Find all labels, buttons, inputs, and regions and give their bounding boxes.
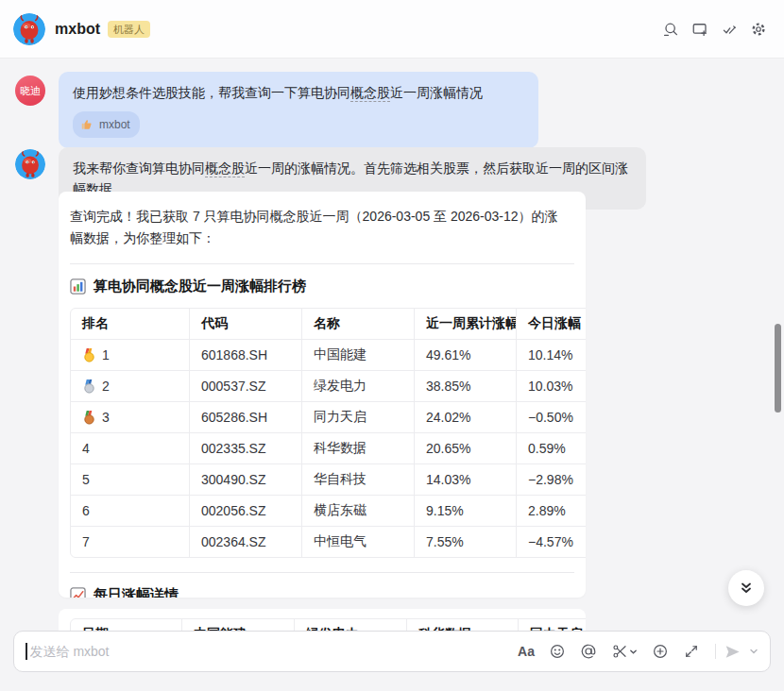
cell-rank: 4 bbox=[71, 433, 190, 464]
divider bbox=[70, 263, 574, 264]
cell-week: 7.55% bbox=[415, 527, 517, 557]
cell-week: 9.15% bbox=[415, 496, 517, 527]
entity-link[interactable]: 概念股 bbox=[350, 85, 390, 102]
expand-icon[interactable] bbox=[683, 643, 700, 660]
user-avatar: 晓迪 bbox=[15, 76, 45, 106]
cell-week: 49.61% bbox=[415, 340, 517, 371]
cell-rank: 6 bbox=[71, 496, 190, 527]
cell-code: 002364.SZ bbox=[190, 527, 302, 557]
mention-icon[interactable] bbox=[580, 643, 597, 660]
cell-code: 300490.SZ bbox=[190, 464, 302, 496]
ranking-table: 排名 代码 名称 近一周累计涨幅 今日涨幅 1 601868.SH 中国能建 4… bbox=[70, 308, 586, 558]
col-code: 代码 bbox=[190, 309, 302, 340]
ranking-section-title: 算电协同概念股近一周涨幅排行榜 bbox=[70, 278, 586, 295]
cell-code: 002335.SZ bbox=[190, 433, 302, 464]
cell-week: 14.03% bbox=[415, 464, 517, 496]
daily-section-title: 每日涨幅详情 bbox=[70, 586, 586, 598]
table-row: 6 002056.SZ 横店东磁 9.15% 2.89% bbox=[71, 496, 586, 527]
table-row: 3 605286.SH 同力天启 24.02% −0.50% bbox=[71, 402, 586, 433]
col-week: 近一周累计涨幅 bbox=[415, 309, 517, 340]
cell-code: 000537.SZ bbox=[190, 371, 302, 402]
cell-today: 0.59% bbox=[517, 433, 586, 464]
new-window-icon[interactable] bbox=[691, 21, 708, 38]
cell-week: 20.65% bbox=[415, 433, 517, 464]
user-message-text: 使用妙想条件选股技能，帮我查询一下算电协同概念股近一周涨幅情况 bbox=[73, 82, 524, 103]
col-rank: 排名 bbox=[71, 309, 190, 340]
app-title: mxbot bbox=[55, 21, 100, 38]
reaction-pill[interactable]: mxbot bbox=[73, 111, 140, 138]
send-icon[interactable] bbox=[724, 643, 741, 661]
table-row: 7 002364.SZ 中恒电气 7.55% −4.57% bbox=[71, 527, 586, 557]
entity-link[interactable]: 概念股 bbox=[205, 160, 245, 177]
cell-today: −0.50% bbox=[517, 402, 586, 433]
col-today: 今日涨幅 bbox=[517, 309, 586, 340]
text-caret bbox=[26, 643, 27, 660]
multi-select-icon[interactable] bbox=[721, 21, 738, 38]
cell-code: 605286.SH bbox=[190, 402, 302, 433]
bot-avatar-logo bbox=[13, 13, 45, 45]
cell-name: 中国能建 bbox=[302, 340, 415, 371]
cell-today: 2.89% bbox=[517, 496, 586, 527]
scissors-icon bbox=[611, 643, 628, 660]
result-summary: 查询完成！我已获取 7 只算电协同概念股近一周（2026-03-05 至 202… bbox=[70, 206, 586, 249]
robot-badge: 机器人 bbox=[108, 21, 150, 38]
rank-cell: 2 bbox=[82, 379, 178, 394]
cell-name: 华自科技 bbox=[302, 464, 415, 496]
table-row: 2 000537.SZ 绿发电力 38.85% 10.03% bbox=[71, 371, 586, 402]
gold-medal-icon bbox=[82, 348, 96, 362]
app-header: mxbot 机器人 bbox=[0, 0, 784, 59]
table-row: 4 002335.SZ 科华数据 20.65% 0.59% bbox=[71, 433, 586, 464]
bar-chart-icon bbox=[70, 278, 86, 295]
rank-cell: 3 bbox=[82, 410, 178, 425]
message-input[interactable] bbox=[30, 644, 519, 659]
user-message-bubble: 使用妙想条件选股技能，帮我查询一下算电协同概念股近一周涨幅情况 mxbot bbox=[59, 72, 538, 148]
table-header-row: 排名 代码 名称 近一周累计涨幅 今日涨幅 bbox=[71, 309, 586, 340]
composer-toolbar: Aa bbox=[518, 643, 700, 660]
rank-cell: 1 bbox=[82, 347, 178, 362]
cell-today: 10.14% bbox=[517, 340, 586, 371]
line-chart-icon bbox=[70, 587, 86, 598]
query-result-card: 查询完成！我已获取 7 只算电协同概念股近一周（2026-03-05 至 202… bbox=[59, 192, 586, 598]
double-chevron-down-icon bbox=[739, 581, 754, 596]
table-row: 1 601868.SH 中国能建 49.61% 10.14% bbox=[71, 340, 586, 371]
divider bbox=[715, 644, 716, 659]
bot-face-icon bbox=[15, 149, 45, 179]
user-avatar-name: 晓迪 bbox=[20, 84, 41, 98]
emoji-icon[interactable] bbox=[549, 643, 566, 660]
cell-today: 10.03% bbox=[517, 371, 586, 402]
thumbs-up-icon bbox=[80, 118, 94, 131]
settings-gear-icon[interactable] bbox=[750, 21, 767, 38]
cell-name: 科华数据 bbox=[302, 433, 415, 464]
cell-rank: 5 bbox=[71, 464, 190, 496]
table-row: 5 300490.SZ 华自科技 14.03% −2.98% bbox=[71, 464, 586, 496]
add-attachment-icon[interactable] bbox=[652, 643, 669, 660]
scrollbar-thumb[interactable] bbox=[775, 324, 781, 413]
cell-code: 002056.SZ bbox=[190, 496, 302, 527]
cell-name: 绿发电力 bbox=[302, 371, 415, 402]
cell-name: 同力天启 bbox=[302, 402, 415, 433]
cell-today: −4.57% bbox=[517, 527, 586, 557]
chevron-down-icon bbox=[629, 648, 638, 656]
scroll-to-bottom-button[interactable] bbox=[728, 570, 764, 606]
font-format-icon[interactable]: Aa bbox=[518, 643, 535, 660]
silver-medal-icon bbox=[82, 379, 96, 394]
header-actions bbox=[662, 21, 767, 38]
cell-name: 中恒电气 bbox=[302, 527, 415, 557]
cell-week: 24.02% bbox=[415, 402, 517, 433]
cell-today: −2.98% bbox=[517, 464, 586, 496]
cell-code: 601868.SH bbox=[190, 340, 302, 371]
message-composer: Aa bbox=[13, 631, 771, 672]
search-icon[interactable] bbox=[662, 21, 679, 38]
send-options-chevron-icon[interactable] bbox=[749, 647, 758, 656]
reaction-label: mxbot bbox=[99, 114, 130, 135]
cell-week: 38.85% bbox=[415, 371, 517, 402]
divider bbox=[70, 572, 574, 573]
send-group bbox=[715, 643, 758, 661]
cell-name: 横店东磁 bbox=[302, 496, 415, 527]
screenshot-menu[interactable] bbox=[611, 643, 638, 660]
col-name: 名称 bbox=[302, 309, 415, 340]
bronze-medal-icon bbox=[82, 411, 96, 425]
bot-avatar bbox=[15, 149, 45, 179]
cell-rank: 7 bbox=[71, 527, 190, 557]
